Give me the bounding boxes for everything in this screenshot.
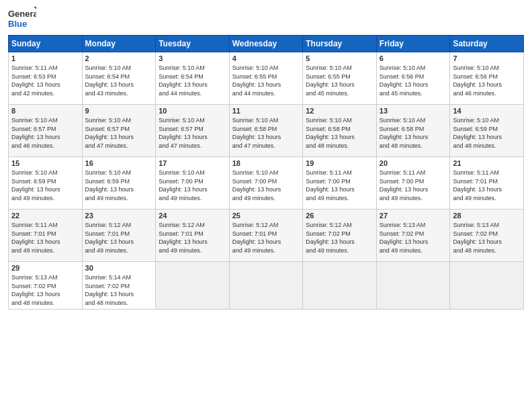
day-info: Sunrise: 5:10 AM Sunset: 6:57 PM Dayligh… <box>159 116 226 150</box>
day-number: 18 <box>232 159 300 167</box>
calendar-cell: 6Sunrise: 5:10 AM Sunset: 6:56 PM Daylig… <box>376 52 450 105</box>
calendar-cell: 5Sunrise: 5:10 AM Sunset: 6:55 PM Daylig… <box>303 52 377 105</box>
day-info: Sunrise: 5:14 AM Sunset: 7:02 PM Dayligh… <box>85 273 153 307</box>
svg-text:General: General <box>8 9 36 19</box>
day-info: Sunrise: 5:10 AM Sunset: 6:58 PM Dayligh… <box>232 116 300 150</box>
calendar-cell: 23Sunrise: 5:12 AM Sunset: 7:01 PM Dayli… <box>82 210 156 262</box>
calendar-container: General Blue SundayMondayTuesdayWednesda… <box>0 0 532 316</box>
day-number: 9 <box>85 107 153 115</box>
calendar-table: SundayMondayTuesdayWednesdayThursdayFrid… <box>8 35 524 310</box>
day-number: 14 <box>453 107 521 115</box>
day-number: 26 <box>306 212 373 220</box>
weekday-row: SundayMondayTuesdayWednesdayThursdayFrid… <box>9 36 524 52</box>
day-info: Sunrise: 5:12 AM Sunset: 7:02 PM Dayligh… <box>306 221 373 255</box>
day-info: Sunrise: 5:11 AM Sunset: 7:01 PM Dayligh… <box>453 169 521 202</box>
day-info: Sunrise: 5:10 AM Sunset: 7:00 PM Dayligh… <box>159 169 226 202</box>
calendar-cell <box>450 262 524 310</box>
day-info: Sunrise: 5:11 AM Sunset: 7:00 PM Dayligh… <box>380 169 447 202</box>
day-number: 11 <box>232 107 300 115</box>
calendar-week-row: 15Sunrise: 5:10 AM Sunset: 6:59 PM Dayli… <box>9 157 524 210</box>
calendar-week-row: 29Sunrise: 5:13 AM Sunset: 7:02 PM Dayli… <box>9 262 524 310</box>
day-number: 1 <box>11 54 79 62</box>
day-info: Sunrise: 5:13 AM Sunset: 7:02 PM Dayligh… <box>11 273 79 307</box>
day-number: 13 <box>380 107 447 115</box>
calendar-cell: 13Sunrise: 5:10 AM Sunset: 6:58 PM Dayli… <box>376 105 450 157</box>
day-number: 5 <box>306 54 373 62</box>
calendar-cell <box>303 262 377 310</box>
calendar-cell: 17Sunrise: 5:10 AM Sunset: 7:00 PM Dayli… <box>156 157 230 210</box>
day-number: 6 <box>380 54 447 62</box>
day-info: Sunrise: 5:13 AM Sunset: 7:02 PM Dayligh… <box>453 221 521 255</box>
day-info: Sunrise: 5:10 AM Sunset: 6:58 PM Dayligh… <box>306 116 373 150</box>
day-number: 27 <box>380 212 447 220</box>
calendar-cell: 1Sunrise: 5:11 AM Sunset: 6:53 PM Daylig… <box>9 52 83 105</box>
day-number: 22 <box>11 212 79 220</box>
day-info: Sunrise: 5:10 AM Sunset: 6:59 PM Dayligh… <box>85 169 153 202</box>
calendar-cell: 18Sunrise: 5:10 AM Sunset: 7:00 PM Dayli… <box>229 157 303 210</box>
day-number: 29 <box>11 264 79 272</box>
calendar-week-row: 1Sunrise: 5:11 AM Sunset: 6:53 PM Daylig… <box>9 52 524 105</box>
calendar-cell <box>156 262 230 310</box>
calendar-cell: 20Sunrise: 5:11 AM Sunset: 7:00 PM Dayli… <box>376 157 450 210</box>
day-info: Sunrise: 5:10 AM Sunset: 6:56 PM Dayligh… <box>453 64 521 97</box>
calendar-cell: 19Sunrise: 5:11 AM Sunset: 7:00 PM Dayli… <box>303 157 377 210</box>
calendar-cell: 21Sunrise: 5:11 AM Sunset: 7:01 PM Dayli… <box>450 157 524 210</box>
day-info: Sunrise: 5:12 AM Sunset: 7:01 PM Dayligh… <box>232 221 300 255</box>
day-number: 30 <box>85 264 153 272</box>
day-info: Sunrise: 5:10 AM Sunset: 6:56 PM Dayligh… <box>380 64 447 97</box>
calendar-cell: 24Sunrise: 5:12 AM Sunset: 7:01 PM Dayli… <box>156 210 230 262</box>
weekday-header-tuesday: Tuesday <box>156 36 230 52</box>
day-number: 23 <box>85 212 153 220</box>
day-number: 25 <box>232 212 300 220</box>
day-info: Sunrise: 5:10 AM Sunset: 6:54 PM Dayligh… <box>85 64 153 97</box>
calendar-cell: 9Sunrise: 5:10 AM Sunset: 6:57 PM Daylig… <box>82 105 156 157</box>
logo-svg: General Blue <box>8 7 36 31</box>
day-number: 7 <box>453 54 521 62</box>
day-number: 15 <box>11 159 79 167</box>
weekday-header-saturday: Saturday <box>450 36 524 52</box>
day-info: Sunrise: 5:11 AM Sunset: 7:01 PM Dayligh… <box>11 221 79 255</box>
calendar-cell: 4Sunrise: 5:10 AM Sunset: 6:55 PM Daylig… <box>229 52 303 105</box>
svg-text:Blue: Blue <box>8 19 27 29</box>
day-number: 16 <box>85 159 153 167</box>
weekday-header-thursday: Thursday <box>303 36 377 52</box>
day-number: 28 <box>453 212 521 220</box>
day-number: 10 <box>159 107 226 115</box>
day-info: Sunrise: 5:12 AM Sunset: 7:01 PM Dayligh… <box>159 221 226 255</box>
day-info: Sunrise: 5:10 AM Sunset: 6:59 PM Dayligh… <box>453 116 521 150</box>
calendar-cell: 8Sunrise: 5:10 AM Sunset: 6:57 PM Daylig… <box>9 105 83 157</box>
day-number: 12 <box>306 107 373 115</box>
calendar-cell: 16Sunrise: 5:10 AM Sunset: 6:59 PM Dayli… <box>82 157 156 210</box>
calendar-week-row: 22Sunrise: 5:11 AM Sunset: 7:01 PM Dayli… <box>9 210 524 262</box>
day-number: 4 <box>232 54 300 62</box>
day-info: Sunrise: 5:13 AM Sunset: 7:02 PM Dayligh… <box>380 221 447 255</box>
day-number: 8 <box>11 107 79 115</box>
day-number: 21 <box>453 159 521 167</box>
day-info: Sunrise: 5:10 AM Sunset: 6:57 PM Dayligh… <box>85 116 153 150</box>
day-info: Sunrise: 5:11 AM Sunset: 6:53 PM Dayligh… <box>11 64 79 97</box>
calendar-cell: 14Sunrise: 5:10 AM Sunset: 6:59 PM Dayli… <box>450 105 524 157</box>
weekday-header-sunday: Sunday <box>9 36 83 52</box>
day-number: 3 <box>159 54 226 62</box>
day-number: 20 <box>380 159 447 167</box>
calendar-cell: 22Sunrise: 5:11 AM Sunset: 7:01 PM Dayli… <box>9 210 83 262</box>
calendar-cell <box>376 262 450 310</box>
day-number: 2 <box>85 54 153 62</box>
calendar-cell: 12Sunrise: 5:10 AM Sunset: 6:58 PM Dayli… <box>303 105 377 157</box>
calendar-cell: 11Sunrise: 5:10 AM Sunset: 6:58 PM Dayli… <box>229 105 303 157</box>
calendar-header: SundayMondayTuesdayWednesdayThursdayFrid… <box>9 36 524 52</box>
calendar-cell: 28Sunrise: 5:13 AM Sunset: 7:02 PM Dayli… <box>450 210 524 262</box>
day-number: 24 <box>159 212 226 220</box>
header: General Blue <box>8 7 524 31</box>
day-info: Sunrise: 5:10 AM Sunset: 7:00 PM Dayligh… <box>232 169 300 202</box>
day-info: Sunrise: 5:10 AM Sunset: 6:58 PM Dayligh… <box>380 116 447 150</box>
calendar-cell <box>229 262 303 310</box>
calendar-cell: 7Sunrise: 5:10 AM Sunset: 6:56 PM Daylig… <box>450 52 524 105</box>
day-number: 17 <box>159 159 226 167</box>
calendar-body: 1Sunrise: 5:11 AM Sunset: 6:53 PM Daylig… <box>9 52 524 310</box>
weekday-header-friday: Friday <box>376 36 450 52</box>
calendar-cell: 2Sunrise: 5:10 AM Sunset: 6:54 PM Daylig… <box>82 52 156 105</box>
calendar-cell: 27Sunrise: 5:13 AM Sunset: 7:02 PM Dayli… <box>376 210 450 262</box>
day-info: Sunrise: 5:10 AM Sunset: 6:59 PM Dayligh… <box>11 169 79 202</box>
calendar-cell: 26Sunrise: 5:12 AM Sunset: 7:02 PM Dayli… <box>303 210 377 262</box>
